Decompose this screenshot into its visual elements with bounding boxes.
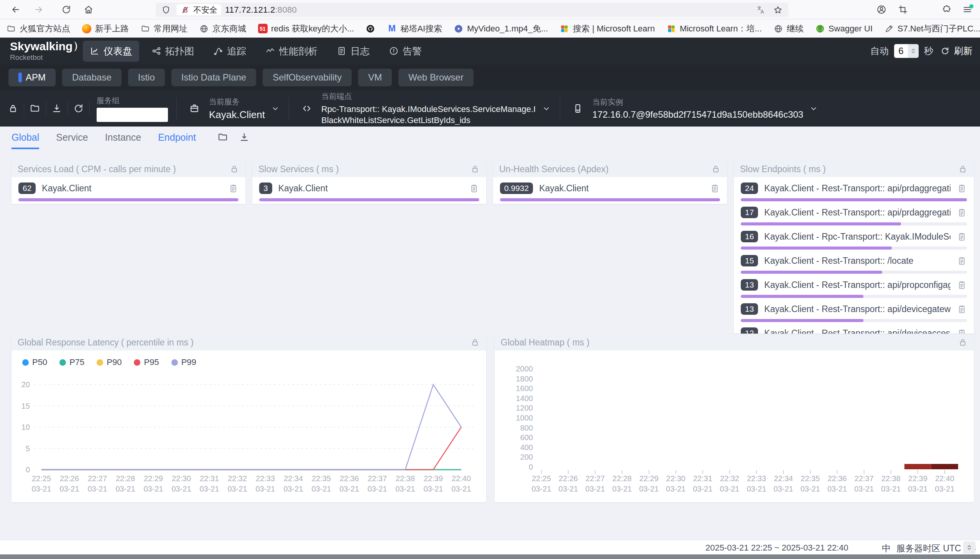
chevron-down-icon[interactable] bbox=[809, 104, 818, 114]
legend-item-P90[interactable]: P90 bbox=[97, 357, 122, 367]
security-chip[interactable]: 不安全 bbox=[176, 4, 221, 15]
clipboard-icon[interactable] bbox=[469, 183, 479, 194]
bookmark-item[interactable]: 新手上路 bbox=[82, 23, 129, 35]
dashboard-tab-istio-data-plane[interactable]: Istio Data Plane bbox=[171, 69, 256, 86]
clipboard-icon[interactable] bbox=[957, 232, 967, 242]
svg-text:22:29: 22:29 bbox=[144, 474, 163, 483]
nav-item-性能剖析[interactable]: 性能剖析 bbox=[258, 41, 324, 62]
dashboard-tab-web-browser[interactable]: Web Browser bbox=[398, 69, 474, 86]
dashboard-tab-selfobservability[interactable]: SelfObservability bbox=[263, 69, 352, 86]
bookmark-item[interactable] bbox=[365, 24, 375, 34]
home-icon[interactable] bbox=[82, 3, 95, 16]
chevron-down-icon[interactable] bbox=[541, 104, 551, 114]
refresh-button[interactable]: 刷新 bbox=[939, 45, 972, 58]
dashboard-tab-istio[interactable]: Istio bbox=[128, 69, 165, 86]
dashboard-tab-apm[interactable]: APM bbox=[8, 69, 56, 86]
view-tab-endpoint[interactable]: Endpoint bbox=[158, 132, 196, 149]
legend-item-P75[interactable]: P75 bbox=[59, 357, 84, 367]
view-tab-global[interactable]: Global bbox=[12, 132, 39, 149]
bookmark-item[interactable]: 51redis 获取key的大小... bbox=[258, 23, 354, 35]
bookmark-item[interactable]: S7.Net与西门子PLC... bbox=[884, 23, 980, 35]
account-icon[interactable] bbox=[875, 3, 888, 16]
clipboard-icon[interactable] bbox=[957, 304, 967, 314]
clipboard-icon[interactable] bbox=[228, 183, 238, 194]
bookmark-item[interactable]: 常用网址 bbox=[140, 23, 187, 35]
auto-refresh-input[interactable]: 6 bbox=[894, 44, 919, 58]
current-instance-select[interactable]: 当前实例 172.16.0.7@9fe58bd2f715471d9a150ebb… bbox=[563, 97, 824, 120]
timezone-stepper[interactable] bbox=[963, 541, 975, 554]
clipboard-icon[interactable] bbox=[957, 207, 967, 218]
translate-icon[interactable]: 文A bbox=[755, 3, 768, 17]
lock-icon[interactable] bbox=[470, 337, 480, 347]
metric-row[interactable]: 17Kayak.Client - Rest-Transport:: api/pr… bbox=[741, 207, 967, 225]
dashboard-tab-database[interactable]: Database bbox=[62, 69, 122, 86]
legend-item-P50[interactable]: P50 bbox=[22, 357, 47, 367]
metric-row[interactable]: 3Kayak.Client bbox=[259, 182, 479, 201]
bookmark-item[interactable]: 搜索 | Microsoft Learn bbox=[559, 23, 655, 35]
clipboard-icon[interactable] bbox=[710, 183, 720, 194]
bookmark-item[interactable]: Microsoft Learn：培... bbox=[666, 23, 762, 35]
forward-icon[interactable] bbox=[32, 3, 45, 16]
spinner-arrows-icon[interactable] bbox=[908, 44, 919, 58]
lock-icon[interactable] bbox=[711, 164, 721, 174]
lock-icon[interactable] bbox=[470, 164, 480, 174]
screenshot-icon[interactable] bbox=[896, 3, 909, 16]
bookmark-item[interactable]: 京东商城 bbox=[199, 23, 246, 35]
metric-row[interactable]: 24Kayak.Client - Rest-Transport:: api/pr… bbox=[741, 182, 967, 201]
refresh-toolbar-icon[interactable] bbox=[69, 99, 88, 118]
panel-global-heatmap: Global Heatmap ( ms ) 020040060080010001… bbox=[494, 334, 974, 502]
metric-row[interactable]: 0.9932Kayak.Client bbox=[500, 182, 720, 201]
nav-item-追踪[interactable]: 追踪 bbox=[206, 41, 253, 62]
lock-icon[interactable] bbox=[958, 337, 968, 347]
dashboard-tab-vm[interactable]: VM bbox=[358, 69, 392, 86]
back-icon[interactable] bbox=[9, 3, 22, 16]
extensions-icon[interactable] bbox=[940, 3, 953, 16]
clipboard-icon[interactable] bbox=[957, 280, 967, 290]
shield-icon[interactable] bbox=[160, 3, 172, 17]
clipboard-icon[interactable] bbox=[957, 328, 967, 334]
download-view-icon[interactable] bbox=[239, 132, 250, 142]
nav-item-日志[interactable]: 日志 bbox=[330, 41, 377, 62]
panel-title: Slow Services ( ms ) bbox=[258, 164, 470, 174]
current-endpoint-select[interactable]: 当前端点 Rpc-Transport:: Kayak.IModuleServic… bbox=[292, 91, 557, 126]
heatmap-cell[interactable] bbox=[931, 464, 958, 469]
folder-toolbar-icon[interactable] bbox=[26, 99, 44, 118]
bookmark-item[interactable]: M秘塔AI搜索 bbox=[387, 23, 442, 35]
metric-row[interactable]: 13Kayak.Client - Rest-Transport:: api/pr… bbox=[741, 279, 967, 298]
lock-icon[interactable] bbox=[958, 164, 968, 174]
download-toolbar-icon[interactable] bbox=[48, 99, 66, 118]
view-tab-instance[interactable]: Instance bbox=[105, 132, 142, 149]
url-bar[interactable]: 不安全 117.72.121.2:8080 文A bbox=[156, 3, 788, 17]
folder-view-icon[interactable] bbox=[217, 132, 228, 142]
metric-value-badge: 17 bbox=[741, 207, 758, 218]
language-toggle[interactable]: 中 bbox=[882, 542, 891, 554]
nav-item-拓扑图[interactable]: 拓扑图 bbox=[145, 41, 201, 62]
heatmap-cell[interactable] bbox=[904, 464, 931, 469]
auto-refresh-value[interactable]: 6 bbox=[894, 44, 908, 58]
nav-item-告警[interactable]: 告警 bbox=[382, 41, 429, 62]
service-group-input[interactable] bbox=[97, 108, 168, 122]
view-tab-service[interactable]: Service bbox=[56, 132, 88, 149]
bookmark-item[interactable]: {…}Swagger UI bbox=[815, 24, 873, 34]
legend-item-P95[interactable]: P95 bbox=[134, 357, 159, 367]
metric-row[interactable]: 13Kayak.Client - Rest-Transport:: api/de… bbox=[741, 303, 967, 322]
metric-row[interactable]: 15Kayak.Client - Rest-Transport:: /locat… bbox=[741, 255, 967, 274]
clipboard-icon[interactable] bbox=[957, 183, 967, 194]
skywalking-logo[interactable]: Skywalking Rocketbot bbox=[10, 40, 79, 62]
metric-row[interactable]: 12Kayak.Client - Rest-Transport:: api/de… bbox=[741, 327, 967, 334]
current-service-select[interactable]: 当前服务 Kayak.Client bbox=[180, 97, 286, 121]
bookmark-item[interactable]: MyVideo_1.mp4_免... bbox=[454, 23, 548, 35]
lock-icon[interactable] bbox=[229, 164, 239, 174]
bookmark-star-icon[interactable] bbox=[772, 3, 785, 17]
metric-row[interactable]: 62Kayak.Client bbox=[18, 182, 238, 201]
bookmark-item[interactable]: 火狐官方站点 bbox=[6, 23, 70, 35]
chevron-down-icon[interactable] bbox=[270, 104, 280, 114]
bookmark-item[interactable]: 继续 bbox=[773, 23, 804, 35]
lock-toolbar-icon[interactable] bbox=[4, 99, 22, 118]
nav-item-仪表盘[interactable]: 仪表盘 bbox=[83, 41, 139, 62]
menu-button[interactable] bbox=[961, 3, 974, 16]
clipboard-icon[interactable] bbox=[957, 256, 967, 266]
metric-row[interactable]: 16Kayak.Client - Rpc-Transport:: Kayak.I… bbox=[741, 231, 967, 250]
legend-item-P99[interactable]: P99 bbox=[171, 357, 196, 367]
reload-icon[interactable] bbox=[60, 3, 73, 16]
